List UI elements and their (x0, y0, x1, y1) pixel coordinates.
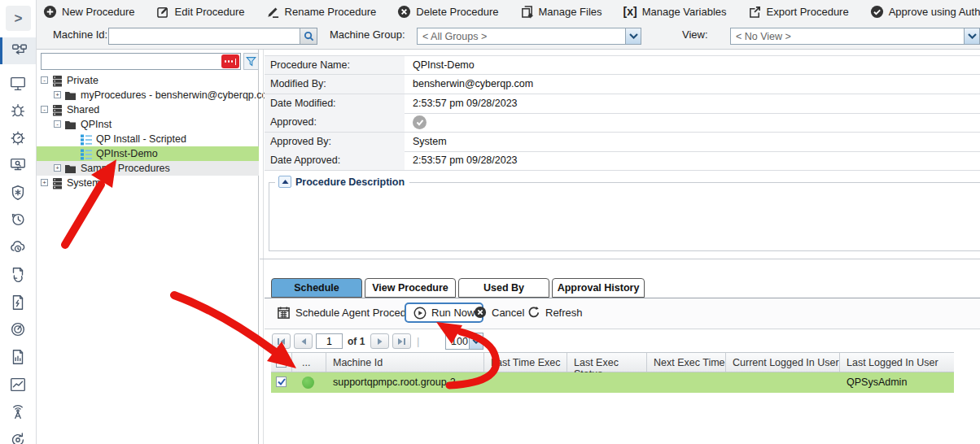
edit-square-icon (156, 5, 170, 19)
sidebar-item-service-dial[interactable] (0, 316, 36, 342)
manage-files-button[interactable]: Manage Files (520, 5, 602, 19)
column-header-last-logged-in-user[interactable]: Last Logged In User (840, 353, 954, 372)
tree-item-sample-procedures[interactable]: + Sample Procedures (37, 161, 259, 176)
approved-check-icon (413, 115, 427, 129)
panel-splitter[interactable] (263, 50, 264, 444)
machine-id-label: Machine Id: (53, 28, 107, 41)
sidebar-item-document-audit[interactable] (0, 289, 36, 316)
page-size-value: 100 (451, 336, 468, 347)
manage-variables-button[interactable]: [x] Manage Variables (623, 5, 727, 18)
description-title: Procedure Description (295, 176, 405, 188)
new-procedure-button[interactable]: New Procedure (43, 5, 135, 19)
column-header-dots[interactable]: ... (292, 353, 326, 372)
machine-table-row[interactable]: supportqpmpc.root.group-2 QPSysAdmin (271, 372, 954, 393)
expand-toggle[interactable]: + (41, 179, 48, 186)
tab-view-procedure[interactable]: View Procedure (365, 278, 456, 298)
machine-table-header: ... Machine Id Last Time Exec Last Exec … (271, 352, 954, 372)
refresh-icon (527, 306, 540, 319)
plus-circle-icon (43, 5, 57, 19)
cancel-label: Cancel (492, 307, 524, 319)
sidebar-item-security[interactable] (0, 179, 36, 206)
system-sync-icon (9, 431, 27, 444)
ellipsis-icon (225, 60, 227, 63)
sidebar-item-policy[interactable] (0, 124, 36, 151)
sidebar-item-cloud-backup[interactable] (0, 233, 36, 260)
approve-authanvil-label: Approve using AuthAnvil (889, 6, 980, 18)
first-page-button[interactable] (272, 333, 291, 349)
collapse-toggle[interactable]: - (41, 106, 48, 113)
folder-icon (64, 163, 77, 175)
refresh-button[interactable]: Refresh (527, 306, 583, 319)
tab-schedule[interactable]: Schedule (271, 278, 362, 298)
document-restore-icon (9, 266, 27, 284)
last-page-button[interactable] (392, 333, 411, 349)
edit-procedure-button[interactable]: Edit Procedure (156, 5, 245, 19)
column-header-last-exec-status[interactable]: Last Exec Status (567, 353, 647, 372)
tree-item-qp-install-scripted[interactable]: QP Install - Scripted (37, 132, 259, 146)
machine-id-input[interactable] (108, 28, 317, 45)
rename-procedure-button[interactable]: Rename Procedure (266, 5, 377, 19)
pane-divider (260, 259, 980, 259)
manage-files-label: Manage Files (539, 6, 602, 18)
detail-row-modified-by: Modified By: bensherwin@cyberqp.com (265, 75, 980, 94)
tree-item-myprocedures[interactable]: + myProcedures - bensherwin@cyberqp.com (37, 88, 259, 102)
run-now-button[interactable]: Run Now (405, 303, 483, 323)
tree-item-private[interactable]: - Private (37, 73, 259, 88)
export-icon (748, 5, 762, 19)
tree-item-qpinst[interactable]: - QPInst (37, 117, 259, 132)
page-size-select[interactable]: 100 (445, 333, 483, 350)
rail-expand-button[interactable]: > (6, 6, 31, 31)
edit-procedure-label: Edit Procedure (175, 6, 245, 18)
filter-funnel-icon (246, 56, 256, 67)
next-page-button[interactable] (370, 333, 389, 349)
machine-id-search-button[interactable] (300, 28, 317, 45)
column-header-next-exec-time[interactable]: Next Exec Time (647, 353, 726, 372)
tab-used-by[interactable]: Used By (458, 278, 549, 298)
page-number-input[interactable] (316, 333, 343, 349)
document-audit-icon (9, 294, 27, 311)
column-header-machine-id[interactable]: Machine Id (326, 353, 484, 372)
sidebar-item-info-center[interactable] (0, 371, 36, 398)
sidebar-item-agents[interactable] (0, 97, 36, 124)
run-now-label: Run Now (431, 307, 475, 319)
tab-approval-history[interactable]: Approval History (552, 278, 645, 298)
machine-group-select[interactable]: < All Groups > (417, 28, 641, 45)
row-checkbox[interactable] (276, 377, 287, 387)
view-select[interactable]: < No View > (730, 28, 980, 45)
tree-item-qpinst-demo[interactable]: QPInst-Demo (37, 146, 259, 161)
schedule-agent-procedure-label: Schedule Agent Procedure (295, 307, 422, 319)
select-all-checkbox[interactable] (276, 357, 287, 368)
x-circle-icon (397, 5, 411, 19)
tree-item-system[interactable]: + System (37, 176, 259, 190)
detail-value: bensherwin@cyberqp.com (413, 78, 533, 89)
approve-authanvil-button[interactable]: Approve using AuthAnvil (870, 5, 980, 19)
server-icon (51, 104, 63, 116)
schedule-toolbar: Schedule Agent Procedure Run Now Cancel … (265, 298, 980, 329)
column-header-last-time-exec[interactable]: Last Time Exec (484, 353, 567, 372)
collapse-toggle[interactable]: - (41, 76, 48, 84)
sidebar-item-endpoints[interactable] (0, 70, 36, 97)
detail-value: QPInst-Demo (413, 59, 475, 71)
export-procedure-button[interactable]: Export Procedure (748, 5, 849, 19)
prev-page-button[interactable] (294, 333, 313, 349)
tree-more-button[interactable] (221, 54, 239, 68)
sidebar-item-audit[interactable] (0, 151, 36, 178)
collapse-toggle[interactable]: - (54, 120, 61, 128)
cancel-button[interactable]: Cancel (474, 306, 524, 319)
sidebar-item-system[interactable] (0, 426, 36, 444)
column-header-current-logged-in-user[interactable]: Current Logged In User (726, 353, 840, 372)
tree-search-input[interactable] (41, 53, 241, 70)
policy-gauge-icon (9, 129, 27, 147)
sidebar-item-document-restore[interactable] (0, 261, 36, 288)
tree-item-shared[interactable]: - Shared (37, 102, 259, 117)
sidebar-item-network-monitor[interactable] (0, 398, 36, 425)
expand-toggle[interactable]: + (54, 91, 61, 98)
collapse-description-button[interactable] (278, 176, 291, 188)
delete-procedure-button[interactable]: Delete Procedure (397, 5, 498, 19)
sidebar-item-automation[interactable] (0, 37, 36, 64)
tree-filter-button[interactable] (243, 53, 259, 70)
expand-toggle[interactable]: + (54, 164, 61, 172)
sidebar-item-backup-history[interactable] (0, 206, 36, 233)
schedule-agent-procedure-button[interactable]: Schedule Agent Procedure (277, 306, 422, 320)
sidebar-item-reports[interactable] (0, 343, 36, 370)
